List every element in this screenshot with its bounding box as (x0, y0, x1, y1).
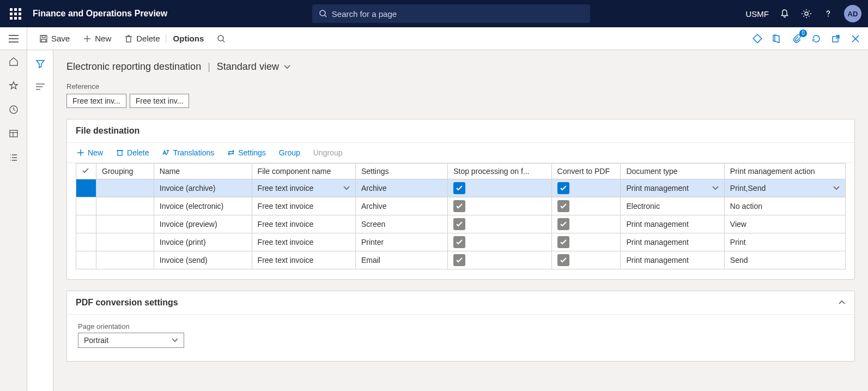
cell-stop[interactable] (448, 179, 551, 197)
diamond-icon[interactable] (751, 33, 763, 45)
attachments-button[interactable]: 0 (791, 33, 803, 45)
cell-name[interactable]: Invoice (archive) (154, 179, 252, 197)
star-icon[interactable] (8, 80, 20, 92)
cell-pma[interactable]: No action (724, 197, 845, 215)
table-row[interactable]: Invoice (electronic)Free text invoiceArc… (76, 197, 846, 215)
home-icon[interactable] (8, 56, 20, 68)
pdf-conversion-header[interactable]: PDF conversion settings (67, 291, 854, 315)
clock-icon[interactable] (8, 104, 20, 116)
cell-grouping[interactable] (96, 233, 154, 251)
workspace-icon[interactable] (8, 128, 20, 140)
checkbox[interactable] (453, 200, 465, 212)
cell-file-component[interactable]: Free text invoice (252, 215, 355, 233)
table-row[interactable]: Invoice (print)Free text invoicePrinterP… (76, 233, 846, 251)
cell-grouping[interactable] (96, 215, 154, 233)
cell-convert[interactable] (551, 215, 621, 233)
checkbox[interactable] (557, 200, 569, 212)
cell-stop[interactable] (448, 251, 551, 269)
checkbox[interactable] (557, 182, 569, 194)
cell-grouping[interactable] (96, 197, 154, 215)
row-selector[interactable] (76, 233, 96, 251)
cell-grouping[interactable] (96, 251, 154, 269)
cell-settings[interactable]: Printer (355, 233, 447, 251)
orientation-select[interactable]: Portrait (78, 333, 184, 348)
cell-convert[interactable] (551, 233, 621, 251)
cell-file-component[interactable]: Free text invoice (252, 251, 355, 269)
search-box[interactable]: Search for a page (312, 4, 590, 23)
cell-name[interactable]: Invoice (preview) (154, 215, 252, 233)
save-button[interactable]: Save (34, 31, 75, 46)
refresh-icon[interactable] (810, 33, 822, 45)
cell-settings[interactable]: Screen (355, 215, 447, 233)
table-row[interactable]: Invoice (send)Free text invoiceEmailPrin… (76, 251, 846, 269)
grid-new-button[interactable]: New (71, 146, 108, 159)
modules-icon[interactable] (8, 152, 20, 164)
reference-pill-2[interactable]: Free text inv... (130, 94, 190, 108)
cell-pma[interactable]: Print,Send (724, 179, 845, 197)
cell-name[interactable]: Invoice (print) (154, 233, 252, 251)
cell-name[interactable]: Invoice (electronic) (154, 197, 252, 215)
cell-file-component[interactable]: Free text invoice (252, 179, 355, 197)
cell-settings[interactable]: Archive (355, 179, 447, 197)
checkbox[interactable] (557, 254, 569, 266)
cell-doctype[interactable]: Print management (621, 233, 724, 251)
cell-stop[interactable] (448, 197, 551, 215)
cell-doctype[interactable]: Print management (621, 215, 724, 233)
cell-doctype[interactable]: Print management (621, 251, 724, 269)
cell-pma[interactable]: Print (724, 233, 845, 251)
funnel-icon[interactable] (34, 58, 46, 70)
cell-file-component[interactable]: Free text invoice (252, 233, 355, 251)
cell-stop[interactable] (448, 233, 551, 251)
cell-name[interactable]: Invoice (send) (154, 251, 252, 269)
checkbox[interactable] (453, 254, 465, 266)
help-icon[interactable] (822, 8, 834, 20)
col-select[interactable] (76, 164, 96, 179)
col-grouping[interactable]: Grouping (96, 164, 154, 179)
waffle-launcher[interactable] (7, 5, 24, 22)
avatar[interactable]: AD (844, 5, 861, 22)
checkbox[interactable] (557, 218, 569, 230)
options-button[interactable]: Options (168, 31, 210, 46)
cell-grouping[interactable] (96, 179, 154, 197)
grid-group-button[interactable]: Group (274, 146, 306, 159)
table-row[interactable]: Invoice (archive)Free text invoiceArchiv… (76, 179, 846, 197)
entity-label[interactable]: USMF (746, 9, 769, 19)
close-icon[interactable] (849, 33, 861, 45)
grid-delete-button[interactable]: Delete (111, 146, 154, 159)
col-file-component[interactable]: File component name (252, 164, 355, 179)
cell-convert[interactable] (551, 197, 621, 215)
new-button[interactable]: New (77, 31, 117, 46)
chevron-up-icon[interactable] (838, 298, 846, 308)
col-stop[interactable]: Stop processing on f... (448, 164, 551, 179)
popout-icon[interactable] (830, 33, 842, 45)
col-doctype[interactable]: Document type (621, 164, 724, 179)
view-selector[interactable]: Standard view (217, 61, 291, 73)
checkbox[interactable] (557, 236, 569, 248)
row-selector[interactable] (76, 251, 96, 269)
cell-pma[interactable]: Send (724, 251, 845, 269)
toolbar-search[interactable] (211, 31, 231, 46)
delete-button[interactable]: Delete (119, 31, 165, 46)
table-row[interactable]: Invoice (preview)Free text invoiceScreen… (76, 215, 846, 233)
col-settings[interactable]: Settings (355, 164, 447, 179)
hamburger-menu[interactable] (0, 27, 27, 50)
checkbox[interactable] (453, 182, 465, 194)
lines-icon[interactable] (34, 81, 46, 93)
reference-pill-1[interactable]: Free text inv... (66, 94, 126, 108)
gear-icon[interactable] (800, 8, 812, 20)
cell-pma[interactable]: View (724, 215, 845, 233)
col-pma[interactable]: Print management action (724, 164, 845, 179)
cell-convert[interactable] (551, 179, 621, 197)
grid-settings-button[interactable]: Settings (222, 146, 271, 159)
row-selector[interactable] (76, 179, 96, 197)
col-name[interactable]: Name (154, 164, 252, 179)
cell-doctype[interactable]: Electronic (621, 197, 724, 215)
row-selector[interactable] (76, 215, 96, 233)
col-convert[interactable]: Convert to PDF (551, 164, 621, 179)
cell-settings[interactable]: Email (355, 251, 447, 269)
bell-icon[interactable] (779, 8, 791, 20)
cell-stop[interactable] (448, 215, 551, 233)
checkbox[interactable] (453, 236, 465, 248)
cell-file-component[interactable]: Free text invoice (252, 197, 355, 215)
cell-convert[interactable] (551, 251, 621, 269)
